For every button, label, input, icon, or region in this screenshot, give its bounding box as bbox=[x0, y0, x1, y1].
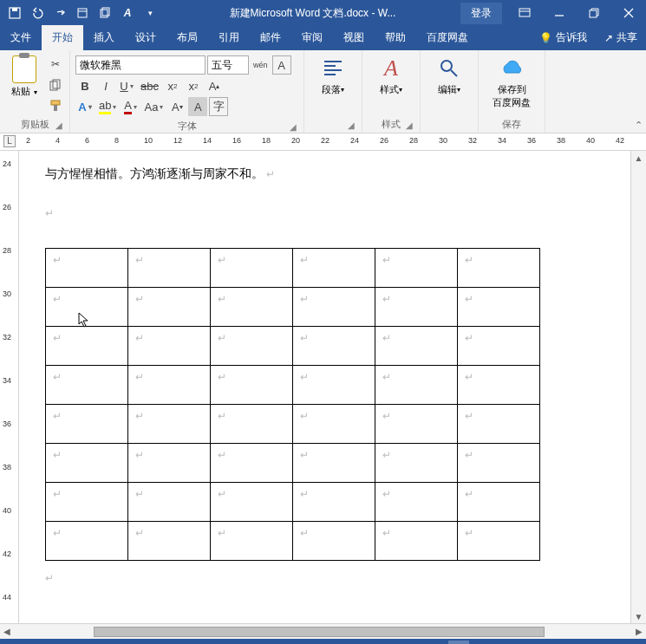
font-launcher-icon[interactable]: ◢ bbox=[288, 122, 298, 133]
tab-layout[interactable]: 布局 bbox=[166, 25, 208, 50]
collapse-ribbon-icon[interactable]: ⌃ bbox=[635, 120, 643, 131]
table-cell[interactable]: ↵ bbox=[128, 327, 211, 366]
qat-button-6[interactable]: A bbox=[116, 0, 139, 26]
page-canvas[interactable]: 与方惺惺相惜。方鸿渐逐渐与周家不和。 ↵ ↵ ↵↵↵↵↵↵↵↵↵↵↵↵↵↵↵↵↵… bbox=[19, 151, 630, 623]
undo-icon[interactable] bbox=[26, 0, 49, 26]
paragraph-launcher-icon[interactable]: ◢ bbox=[346, 120, 356, 131]
clipboard-launcher-icon[interactable]: ◢ bbox=[54, 120, 64, 131]
highlight-button[interactable]: ab▾ bbox=[96, 97, 119, 116]
table-cell[interactable]: ↵ bbox=[375, 522, 458, 561]
tab-mail[interactable]: 邮件 bbox=[250, 25, 291, 50]
minimize-icon[interactable] bbox=[542, 0, 577, 26]
italic-button[interactable]: I bbox=[96, 76, 115, 95]
table-cell[interactable]: ↵ bbox=[46, 522, 128, 561]
subscript-button[interactable]: x2 bbox=[163, 76, 182, 95]
table-cell[interactable]: ↵ bbox=[375, 327, 458, 366]
table-cell[interactable]: ↵ bbox=[458, 444, 540, 483]
table-cell[interactable]: ↵ bbox=[458, 249, 540, 288]
format-painter-icon[interactable] bbox=[47, 97, 64, 114]
font-color-button[interactable]: A▾ bbox=[121, 97, 140, 116]
scroll-right-icon[interactable]: ▶ bbox=[632, 627, 646, 636]
table-cell[interactable]: ↵ bbox=[211, 327, 293, 366]
table-cell[interactable]: ↵ bbox=[458, 366, 540, 405]
table-row[interactable]: ↵↵↵↵↵↵ bbox=[46, 444, 540, 483]
table-cell[interactable]: ↵ bbox=[211, 483, 293, 522]
table-cell[interactable]: ↵ bbox=[46, 444, 128, 483]
table-cell[interactable]: ↵ bbox=[128, 444, 211, 483]
scroll-down-icon[interactable]: ▼ bbox=[635, 609, 643, 623]
table-cell[interactable]: ↵ bbox=[46, 249, 128, 288]
tab-home[interactable]: 开始 bbox=[42, 25, 83, 50]
scroll-up-icon[interactable]: ▲ bbox=[635, 151, 643, 165]
table-cell[interactable]: ↵ bbox=[458, 483, 540, 522]
paragraph-button[interactable]: 段落 ▾ bbox=[310, 52, 356, 96]
scrollbar-horizontal[interactable]: ◀ ▶ bbox=[0, 623, 646, 639]
print-layout-icon[interactable] bbox=[448, 641, 469, 644]
scroll-h-track[interactable] bbox=[16, 627, 630, 637]
table-cell[interactable]: ↵ bbox=[293, 249, 375, 288]
table-cell[interactable]: ↵ bbox=[211, 405, 293, 444]
table-cell[interactable]: ↵ bbox=[128, 288, 211, 327]
redo-icon[interactable] bbox=[49, 0, 71, 26]
close-icon[interactable] bbox=[611, 0, 646, 26]
web-layout-icon[interactable] bbox=[471, 641, 492, 644]
cut-icon[interactable]: ✂ bbox=[47, 55, 64, 73]
table-row[interactable]: ↵↵↵↵↵↵ bbox=[46, 522, 540, 561]
table-cell[interactable]: ↵ bbox=[375, 483, 458, 522]
table-cell[interactable]: ↵ bbox=[293, 444, 375, 483]
scrollbar-vertical[interactable]: ▲ ▼ bbox=[630, 151, 646, 623]
table-cell[interactable]: ↵ bbox=[293, 405, 375, 444]
strikethrough-button[interactable]: abc bbox=[138, 76, 161, 95]
paste-button[interactable]: 粘贴 ▾ bbox=[5, 52, 43, 98]
tab-baidu[interactable]: 百度网盘 bbox=[416, 25, 479, 50]
ruler-horizontal[interactable]: L 24681012141618202224262830323436384042 bbox=[0, 133, 646, 151]
character-border-button[interactable]: A bbox=[272, 55, 291, 75]
table-cell[interactable]: ↵ bbox=[46, 366, 128, 405]
scroll-v-track[interactable] bbox=[631, 165, 646, 609]
shrink-font-button[interactable]: A▾ bbox=[167, 97, 186, 116]
share-button[interactable]: ↗共享 bbox=[596, 25, 646, 50]
tab-references[interactable]: 引用 bbox=[208, 25, 250, 50]
enclose-char-button[interactable]: 字 bbox=[209, 97, 228, 116]
superscript-button[interactable]: x2 bbox=[184, 76, 203, 95]
table-cell[interactable]: ↵ bbox=[458, 288, 540, 327]
ruler-vertical[interactable]: 2426283032343638404244 bbox=[0, 151, 19, 623]
restore-icon[interactable] bbox=[577, 0, 611, 26]
table-cell[interactable]: ↵ bbox=[458, 522, 540, 561]
font-name-input[interactable] bbox=[75, 55, 206, 75]
table-cell[interactable]: ↵ bbox=[128, 483, 211, 522]
table-cell[interactable]: ↵ bbox=[375, 444, 458, 483]
table-row[interactable]: ↵↵↵↵↵↵ bbox=[46, 366, 540, 405]
styles-button[interactable]: A 样式 ▾ bbox=[368, 52, 414, 96]
styles-launcher-icon[interactable]: ◢ bbox=[404, 120, 414, 131]
tab-insert[interactable]: 插入 bbox=[83, 25, 125, 50]
scroll-h-thumb[interactable] bbox=[94, 627, 545, 637]
qat-customize-icon[interactable]: ▾ bbox=[139, 0, 161, 26]
read-mode-icon[interactable] bbox=[426, 641, 447, 644]
tab-help[interactable]: 帮助 bbox=[375, 25, 416, 50]
text-effects-button[interactable]: A▾ bbox=[75, 97, 95, 116]
tab-stop-selector[interactable]: L bbox=[3, 135, 16, 147]
table-cell[interactable]: ↵ bbox=[375, 366, 458, 405]
tab-file[interactable]: 文件 bbox=[0, 25, 42, 50]
change-case-button[interactable]: Aa▾ bbox=[141, 97, 166, 116]
table-cell[interactable]: ↵ bbox=[293, 522, 375, 561]
ribbon-display-icon[interactable] bbox=[507, 0, 542, 26]
char-shading-button[interactable]: A bbox=[188, 97, 207, 116]
document-table[interactable]: ↵↵↵↵↵↵↵↵↵↵↵↵↵↵↵↵↵↵↵↵↵↵↵↵↵↵↵↵↵↵↵↵↵↵↵↵↵↵↵↵… bbox=[45, 248, 540, 561]
table-row[interactable]: ↵↵↵↵↵↵ bbox=[46, 249, 540, 288]
save-icon[interactable] bbox=[3, 0, 26, 26]
scroll-left-icon[interactable]: ◀ bbox=[0, 627, 14, 636]
table-cell[interactable]: ↵ bbox=[46, 405, 128, 444]
copy-icon[interactable] bbox=[47, 76, 64, 94]
font-size-input[interactable] bbox=[207, 55, 249, 75]
table-cell[interactable]: ↵ bbox=[211, 444, 293, 483]
table-cell[interactable]: ↵ bbox=[46, 327, 128, 366]
table-row[interactable]: ↵↵↵↵↵↵ bbox=[46, 405, 540, 444]
table-cell[interactable]: ↵ bbox=[211, 366, 293, 405]
table-cell[interactable]: ↵ bbox=[458, 405, 540, 444]
table-row[interactable]: ↵↵↵↵↵↵ bbox=[46, 327, 540, 366]
phonetic-guide-button[interactable]: wén bbox=[251, 55, 271, 75]
tell-me[interactable]: 💡告诉我 bbox=[531, 25, 596, 50]
table-cell[interactable]: ↵ bbox=[128, 366, 211, 405]
